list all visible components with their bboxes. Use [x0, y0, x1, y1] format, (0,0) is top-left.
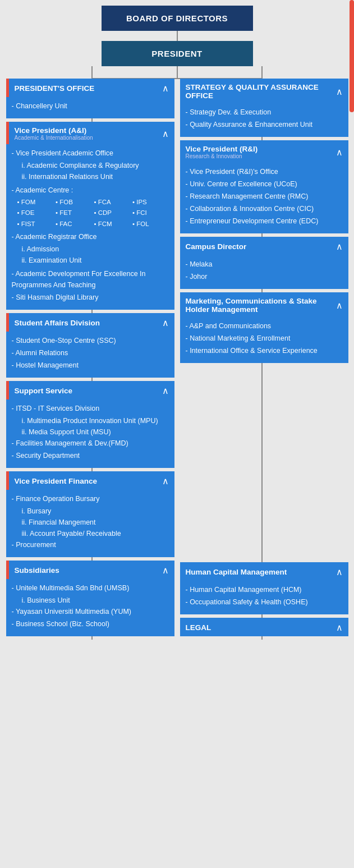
oshe: - Occupational Safety & Health (OSHE): [186, 596, 343, 608]
johor: - Johor: [186, 271, 343, 282]
human-capital-header[interactable]: Human Capital Management ∧: [180, 562, 348, 581]
academic-centre-grid: • FOM • FOB • FCA • IPS • FOE • FET • CD…: [17, 197, 169, 229]
biz-school: - Business School (Biz. School): [12, 618, 169, 630]
top-section: BOARD OF DIRECTORS PRESIDENT: [6, 6, 348, 66]
ac-fac: • FAC: [56, 219, 92, 229]
rmc: - Research Management Centre (RMC): [186, 191, 343, 202]
campus-director-chevron: ∧: [336, 241, 343, 252]
ac-fob: • FOB: [56, 197, 92, 207]
marketing-body: - A&P and Communications - National Mark…: [180, 317, 348, 363]
vp-academic-office: - Vice President Academic Office: [12, 148, 169, 159]
presidents-office-header[interactable]: PRESIDENT'S OFFICE ∧: [6, 79, 174, 97]
presidents-office-body: - Chancellery Unit: [6, 97, 174, 118]
vp-ai-header[interactable]: Vice President (A&I) Academic & Internat…: [6, 122, 174, 144]
vp-finance-card: Vice President Finance ∧ - Finance Opera…: [6, 471, 174, 557]
campus-director-card: Campus Director ∧ - Melaka - Johor: [180, 237, 348, 289]
ac-ips: • IPS: [132, 197, 169, 207]
subsidiaries-title: Subsidiaries: [15, 566, 59, 575]
scrollbar-indicator: [350, 0, 354, 112]
vp-ai-card: Vice President (A&I) Academic & Internat…: [6, 122, 174, 310]
right-drop: [261, 66, 263, 79]
president-box: PRESIDENT: [102, 41, 253, 66]
support-service-body: - ITSD - IT Services Division i. Multime…: [6, 399, 174, 468]
vp-ri-card: Vice President (R&I) Research & Innovati…: [180, 140, 348, 233]
presidents-office-chevron: ∧: [162, 83, 169, 94]
student-affairs-body: - Student One-Stop Centre (SSC) - Alumni…: [6, 332, 174, 378]
bursary: i. Bursary: [22, 506, 169, 517]
strategy-quality-body: - Strategy Dev. & Execution - Quality As…: [180, 103, 348, 137]
ri-office: - Vice President (R&I)'s Office: [186, 166, 343, 177]
admission: i. Admission: [22, 244, 169, 255]
legal-chevron: ∧: [336, 622, 343, 633]
student-affairs-card: Student Affairs Division ∧ - Student One…: [6, 313, 174, 378]
strategy-quality-title: STRATEGY & QUALITY ASSURANCE OFFICE: [186, 83, 336, 100]
president-label: PRESIDENT: [151, 49, 202, 58]
left-drop: [91, 66, 93, 79]
academic-registrar: - Academic Registrar Office: [12, 231, 169, 242]
vp-ri-chevron: ∧: [336, 147, 343, 158]
edc: - Entrepreneur Development Centre (EDC): [186, 215, 343, 227]
marketing-chevron: ∧: [336, 300, 343, 311]
ac-cdp: • CDP: [94, 208, 131, 218]
library: - Siti Hasmah Digital Library: [12, 292, 169, 303]
ac-fcm: • FCM: [94, 219, 131, 229]
finance-bursary: - Finance Operation Bursary: [12, 493, 169, 504]
campus-director-header[interactable]: Campus Director ∧: [180, 237, 348, 255]
human-capital-card: Human Capital Management ∧ - Human Capit…: [180, 562, 348, 614]
campus-director-title: Campus Director: [186, 242, 247, 251]
vp-ai-title: Vice President (A&I) Academic & Internat…: [15, 126, 93, 141]
legal-title: LEGAL: [186, 623, 212, 632]
ac-fci: • FCI: [132, 208, 169, 218]
support-service-header[interactable]: Support Service ∧: [6, 381, 174, 399]
vp-finance-header[interactable]: Vice President Finance ∧: [6, 471, 174, 490]
business-unit: i. Business Unit: [22, 595, 169, 606]
support-service-title: Support Service: [15, 387, 73, 395]
right-spacer: [180, 366, 348, 562]
security: - Security Department: [12, 450, 169, 461]
ac-fet: • FET: [56, 208, 92, 218]
center-down-line: [177, 66, 178, 79]
ac-fca: • FCA: [94, 197, 131, 207]
melaka: - Melaka: [186, 259, 343, 270]
subsidiaries-header[interactable]: Subsidiaries ∧: [6, 561, 174, 579]
vp-ri-title: Vice President (R&I) Research & Innovati…: [186, 145, 258, 159]
chancellery-item: - Chancellery Unit: [12, 100, 169, 112]
ac-fist: • FIST: [17, 219, 54, 229]
fmd: - Facilities Management & Dev.(FMD): [12, 438, 169, 449]
marketing-header[interactable]: Marketing, Communications & Stake Holder…: [180, 292, 348, 317]
strategy-quality-chevron: ∧: [336, 86, 343, 97]
presidents-office-title: PRESIDENT'S OFFICE: [15, 84, 95, 93]
marketing-title: Marketing, Communications & Stake Holder…: [186, 297, 336, 314]
quality-assurance: - Quality Assurance & Enhancement Unit: [186, 119, 343, 130]
mpu: i. Multimedia Product Innovation Unit (M…: [22, 415, 169, 426]
support-service-chevron: ∧: [162, 385, 169, 396]
connector-board-president: [177, 31, 178, 41]
right-column: STRATEGY & QUALITY ASSURANCE OFFICE ∧ - …: [180, 79, 348, 640]
vp-finance-chevron: ∧: [162, 476, 169, 486]
yum: - Yayasan Universiti Multimedia (YUM): [12, 606, 169, 617]
ac-fol: • FOL: [132, 219, 169, 229]
vp-ri-header[interactable]: Vice President (R&I) Research & Innovati…: [180, 140, 348, 163]
subsidiaries-card: Subsidiaries ∧ - Unitele Multimedia Sdn …: [6, 561, 174, 636]
vp-ri-subtitle: Research & Innovation: [186, 153, 258, 159]
main-columns: PRESIDENT'S OFFICE ∧ - Chancellery Unit …: [6, 79, 348, 640]
board-box: BOARD OF DIRECTORS: [102, 6, 253, 31]
student-affairs-chevron: ∧: [162, 318, 169, 328]
itsd: - ITSD - IT Services Division: [12, 403, 169, 414]
campus-director-body: - Melaka - Johor: [180, 255, 348, 289]
hcm: - Human Capital Management (HCM): [186, 584, 343, 595]
strategy-quality-card: STRATEGY & QUALITY ASSURANCE OFFICE ∧ - …: [180, 79, 348, 137]
financial-mgmt: ii. Financial Mangement: [22, 517, 169, 528]
left-column: PRESIDENT'S OFFICE ∧ - Chancellery Unit …: [6, 79, 174, 640]
legal-header[interactable]: LEGAL ∧: [180, 618, 348, 636]
human-capital-chevron: ∧: [336, 567, 343, 577]
strategy-quality-header[interactable]: STRATEGY & QUALITY ASSURANCE OFFICE ∧: [180, 79, 348, 103]
support-service-card: Support Service ∧ - ITSD - IT Services D…: [6, 381, 174, 468]
vp-ai-body: - Vice President Academic Office i. Acad…: [6, 144, 174, 310]
strategy-dev: - Strategy Dev. & Execution: [186, 107, 343, 118]
student-affairs-header[interactable]: Student Affairs Division ∧: [6, 313, 174, 332]
intl-office: - International Office & Service Experie…: [186, 345, 343, 356]
vp-ai-subtitle: Academic & Internationalisation: [15, 135, 93, 141]
examination: ii. Examination Unit: [22, 255, 169, 266]
board-label: BOARD OF DIRECTORS: [126, 13, 228, 23]
